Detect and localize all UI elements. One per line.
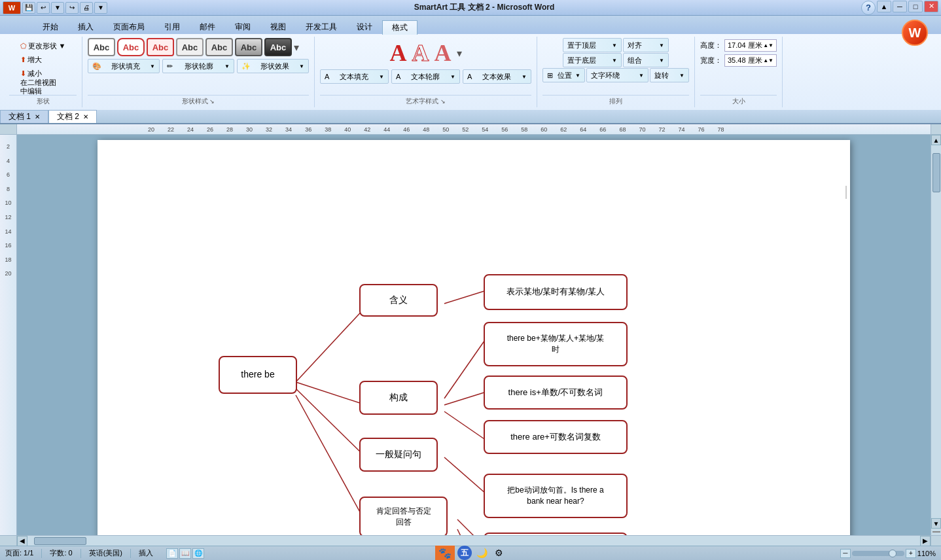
width-spinner[interactable]: ▲▼ [763, 58, 773, 63]
view-web-btn[interactable]: 🌐 [192, 548, 204, 559]
text-effect-btn[interactable]: A 文本效果▼ [463, 69, 531, 84]
height-spinner[interactable]: ▲▼ [763, 43, 773, 48]
scroll-right-btn[interactable]: ▶ [920, 536, 931, 546]
tab-mail[interactable]: 邮件 [190, 20, 225, 34]
scroll-left-btn[interactable]: ◀ [17, 536, 27, 546]
zoom-thumb[interactable] [889, 550, 897, 557]
2d-edit-btn[interactable]: 在二维视图中编辑 [17, 80, 66, 94]
diagram-area: there be 含义 构成 一般疑问句 肯定回答与否定回答 表示某地/某时有某… [104, 147, 843, 535]
scroll-up-btn[interactable]: ▲ [931, 135, 941, 145]
taskbar-5[interactable]: 五 [457, 546, 472, 560]
doc-tab-1[interactable]: 文档 1 ✕ [0, 110, 48, 123]
leaf-node-1[interactable]: 表示某地/某时有某物/某人 [484, 274, 628, 310]
position-btn[interactable]: ⊞ 位置▼ [542, 68, 585, 82]
doc-tab-1-close[interactable]: ✕ [35, 113, 40, 120]
doc-page: there be 含义 构成 一般疑问句 肯定回答与否定回答 表示某地/某时有某… [98, 140, 850, 535]
zoom-level[interactable]: 110% [917, 550, 936, 557]
save-btn[interactable]: 💾 [22, 2, 35, 14]
abc-style-7[interactable]: Abc [264, 38, 292, 56]
scroll-track-h[interactable] [27, 536, 920, 546]
art-more-btn[interactable]: ▾ [457, 47, 462, 60]
shrink-icon: ⬇ [20, 69, 26, 78]
position-icon: ⊞ [547, 71, 553, 80]
undo-dropdown[interactable]: ▼ [51, 2, 64, 14]
leaf-node-3[interactable]: there is+单数/不可数名词 [484, 376, 628, 410]
ribbon-tabs: 开始 插入 页面布局 引用 邮件 审阅 视图 开发工具 设计 格式 [0, 16, 941, 34]
doc-tab-2[interactable]: 文档 2 ✕ [48, 110, 97, 123]
undo-btn[interactable]: ↩ [37, 2, 50, 14]
enlarge-btn[interactable]: ⬆ 增大 [17, 53, 45, 66]
tab-insert[interactable]: 插入 [68, 20, 103, 34]
redo-btn[interactable]: ↪ [65, 2, 79, 14]
shape-effect-btn[interactable]: ✨ 形状效果▼ [237, 59, 309, 73]
center-node[interactable]: there be [219, 356, 297, 394]
taskbar-paw[interactable]: 🐾 [435, 546, 455, 560]
change-shape-btn[interactable]: ⬠ 更改形状 ▼ [17, 39, 69, 52]
rotate-btn[interactable]: 旋转▼ [650, 68, 689, 82]
branch-node-hanyi[interactable]: 含义 [359, 284, 438, 317]
leaf-node-5[interactable]: 把be动词放句首。Is there abank near hear? [484, 474, 628, 518]
art-style-a3[interactable]: A [435, 39, 452, 67]
taskbar-moon[interactable]: 🌙 [474, 546, 489, 560]
group-btn[interactable]: 组合▼ [623, 53, 669, 67]
tab-dev[interactable]: 开发工具 [296, 20, 347, 34]
top-layer-btn[interactable]: 置于顶层▼ [563, 38, 622, 52]
tab-layout[interactable]: 页面布局 [103, 20, 154, 34]
zoom-out-btn[interactable]: ─ [840, 549, 851, 558]
help-button[interactable]: ? [861, 1, 876, 15]
tab-format[interactable]: 格式 [382, 20, 417, 35]
minimize-btn[interactable]: ─ [893, 1, 907, 12]
bottom-layer-btn[interactable]: 置于底层▼ [563, 53, 622, 67]
main-content: 文档 1 ✕ 文档 2 ✕ 20222426283032343638404244… [0, 110, 941, 546]
text-fill-btn[interactable]: A 文本填充▼ [320, 69, 389, 84]
insert-mode-status[interactable]: 插入 [139, 548, 153, 558]
abc-style-4[interactable]: Abc [176, 38, 204, 56]
abc-more-btn[interactable]: ▾ [294, 41, 299, 54]
scroll-thumb-h[interactable] [34, 537, 86, 545]
abc-style-2[interactable]: Abc [117, 38, 145, 56]
quick-access-dropdown[interactable]: ▼ [94, 2, 107, 14]
abc-style-6[interactable]: Abc [235, 38, 262, 56]
word-logo[interactable]: W [3, 1, 21, 14]
maximize-btn[interactable]: □ [908, 1, 923, 12]
taskbar-settings[interactable]: ⚙ [491, 546, 506, 560]
doc-scroll-container[interactable]: there be 含义 构成 一般疑问句 肯定回答与否定回答 表示某地/某时有某… [17, 135, 931, 535]
language-status[interactable]: 英语(美国) [89, 548, 122, 558]
wrap-text-btn[interactable]: 文字环绕▼ [586, 68, 648, 82]
shape-fill-btn[interactable]: 🎨 形状填充▼ [88, 59, 160, 73]
zoom-slider[interactable] [852, 551, 904, 556]
art-style-a1[interactable]: A [390, 39, 407, 67]
zoom-in-btn[interactable]: + [906, 549, 916, 558]
leaf-node-6[interactable]: 肯定回答Yes,there is/are. [484, 533, 628, 535]
status-sep-1 [41, 549, 42, 558]
scroll-track-v[interactable] [931, 145, 941, 518]
text-outline-btn[interactable]: A 文本轮廓▼ [391, 69, 460, 84]
doc-tab-2-close[interactable]: ✕ [83, 113, 88, 120]
tab-review[interactable]: 审阅 [225, 20, 260, 34]
align-btn[interactable]: 对齐▼ [623, 38, 669, 52]
scroll-thumb-v[interactable] [932, 153, 940, 192]
branch-node-goucheng[interactable]: 构成 [359, 381, 438, 415]
tab-ref[interactable]: 引用 [154, 20, 190, 34]
leaf-node-4[interactable]: there are+可数名词复数 [484, 420, 628, 454]
abc-style-3[interactable]: Abc [147, 38, 174, 56]
tab-design[interactable]: 设计 [347, 20, 382, 34]
branch-node-yiban[interactable]: 一般疑问句 [359, 438, 438, 472]
tabs-bar: 文档 1 ✕ 文档 2 ✕ [0, 110, 941, 124]
print-btn[interactable]: 🖨 [80, 2, 93, 14]
leaf-node-2[interactable]: there be+某物/某人+某地/某时 [484, 322, 628, 366]
tab-start[interactable]: 开始 [33, 20, 68, 34]
svg-line-0 [296, 307, 366, 382]
abc-style-1[interactable]: Abc [88, 38, 115, 56]
branch-node-kending[interactable]: 肯定回答与否定回答 [359, 497, 448, 535]
scroll-down-btn[interactable]: ▼ [931, 518, 941, 529]
tab-view[interactable]: 视图 [260, 20, 296, 34]
shape-group-label: 形状 [9, 95, 77, 107]
close-btn[interactable]: ✕ [924, 1, 938, 12]
view-read-btn[interactable]: 📖 [179, 548, 191, 559]
shape-outline-btn[interactable]: ✏ 形状轮廓▼ [162, 59, 234, 73]
view-print-btn[interactable]: 📄 [166, 548, 178, 559]
ribbon-toggle[interactable]: ▲ [877, 1, 891, 12]
abc-style-5[interactable]: Abc [205, 38, 233, 56]
art-style-a2[interactable]: A [412, 39, 429, 67]
